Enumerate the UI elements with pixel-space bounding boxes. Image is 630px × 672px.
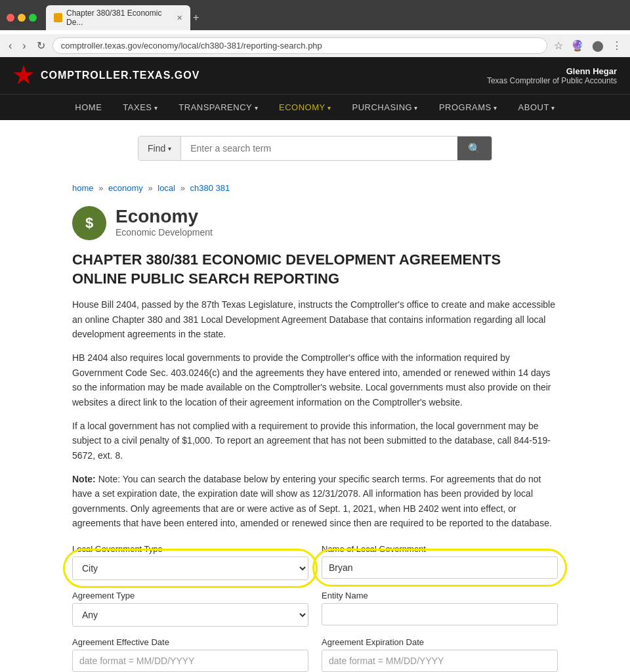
browser-tabs: Chapter 380/381 Economic De... ✕ + (7, 5, 623, 30)
tab-close-icon[interactable]: ✕ (177, 14, 182, 22)
body-paragraph-4: Note: Note: You can search the database … (72, 472, 558, 531)
active-tab[interactable]: Chapter 380/381 Economic De... ✕ (46, 5, 190, 30)
find-dropdown-button[interactable]: Find (138, 136, 181, 160)
nav-programs[interactable]: PROGRAMS (429, 94, 508, 120)
expiration-date-input[interactable] (322, 650, 558, 672)
user-title: Texas Comptroller of Public Accounts (487, 76, 617, 85)
breadcrumb: home » economy » local » ch380 381 (72, 183, 558, 193)
name-of-local-gov-label: Name of Local Government (322, 544, 558, 554)
entity-name-input[interactable] (322, 603, 558, 625)
window-controls (7, 14, 37, 22)
logo-area: COMPTROLLER.TEXAS.GOV (13, 65, 200, 86)
global-search-bar-container: Find 🔍 (0, 120, 630, 177)
nav-about[interactable]: ABOUT (508, 94, 566, 120)
global-search-bar: Find 🔍 (138, 136, 492, 161)
global-search-input[interactable] (181, 136, 457, 160)
page-title: Economy (116, 206, 213, 227)
agreement-type-group: Agreement Type Any Chapter 380 Chapter 3… (72, 591, 308, 627)
user-name: Glenn Hegar (487, 66, 617, 76)
breadcrumb-ch380[interactable]: ch380 381 (190, 183, 230, 193)
page-title-section: $ Economy Economic Development (72, 206, 558, 240)
reload-button[interactable]: ↻ (33, 38, 49, 53)
main-nav: HOME TAXES TRANSPARENCY ECONOMY PURCHASI… (0, 94, 630, 120)
nav-transparency[interactable]: TRANSPARENCY (168, 94, 268, 120)
browser-nav-icons: ☆ 🔮 ⬤ ⋮ (551, 38, 625, 53)
address-bar[interactable] (52, 37, 547, 54)
minimize-window-btn[interactable] (18, 14, 26, 22)
breadcrumb-local[interactable]: local (158, 183, 175, 193)
economy-icon: $ (72, 206, 106, 240)
nav-taxes[interactable]: TAXES (112, 94, 168, 120)
close-window-btn[interactable] (7, 14, 14, 22)
form-row-1: Local Government Type City Any County Sp… (72, 544, 558, 580)
forward-button[interactable]: › (19, 39, 29, 53)
body-paragraph-1: House Bill 2404, passed by the 87th Texa… (72, 297, 558, 341)
body-paragraph-2: HB 2404 also requires local governments … (72, 350, 558, 410)
user-info: Glenn Hegar Texas Comptroller of Public … (487, 66, 617, 85)
agreement-type-label: Agreement Type (72, 591, 308, 600)
local-gov-type-label: Local Government Type (72, 544, 308, 554)
maximize-window-btn[interactable] (29, 14, 37, 22)
page-title-group: Economy Economic Development (116, 206, 213, 238)
browser-chrome: Chapter 380/381 Economic De... ✕ + (0, 0, 630, 30)
local-gov-type-select[interactable]: City Any County Special District (72, 556, 308, 580)
tab-favicon (54, 13, 62, 22)
chapter-heading: CHAPTER 380/381 ECONOMIC DEVELOPMENT AGR… (72, 251, 558, 288)
expiration-date-group: Agreement Expiration Date (322, 637, 558, 672)
back-button[interactable]: ‹ (5, 39, 15, 53)
site-logo-text[interactable]: COMPTROLLER.TEXAS.GOV (41, 70, 200, 81)
page-subtitle: Economic Development (116, 227, 213, 238)
breadcrumb-economy[interactable]: economy (108, 183, 143, 193)
texas-star-icon (13, 65, 34, 86)
content-area: home » economy » local » ch380 381 $ Eco… (59, 177, 571, 672)
menu-icon[interactable]: ⋮ (609, 38, 625, 53)
agreement-type-select[interactable]: Any Chapter 380 Chapter 381 (72, 603, 308, 627)
global-search-submit-button[interactable]: 🔍 (457, 136, 492, 160)
effective-date-input[interactable] (72, 650, 308, 672)
form-row-2: Agreement Type Any Chapter 380 Chapter 3… (72, 591, 558, 627)
nav-purchasing[interactable]: PURCHASING (341, 94, 428, 120)
entity-name-label: Entity Name (322, 591, 558, 600)
form-row-3: Agreement Effective Date Agreement Expir… (72, 637, 558, 672)
nav-home[interactable]: HOME (64, 94, 112, 120)
search-form: Local Government Type City Any County Sp… (72, 544, 558, 672)
site-header: COMPTROLLER.TEXAS.GOV Glenn Hegar Texas … (0, 57, 630, 94)
extensions-icon[interactable]: 🔮 (568, 38, 587, 53)
name-of-local-gov-group: Name of Local Government (322, 544, 558, 580)
expiration-date-label: Agreement Expiration Date (322, 637, 558, 647)
nav-economy[interactable]: ECONOMY (268, 94, 341, 120)
profile-icon[interactable]: ⬤ (589, 38, 606, 53)
local-gov-type-group: Local Government Type City Any County Sp… (72, 544, 308, 580)
body-paragraph-3: If a local government has not complied w… (72, 419, 558, 463)
tab-title: Chapter 380/381 Economic De... (66, 9, 173, 27)
breadcrumb-home[interactable]: home (72, 183, 94, 193)
effective-date-label: Agreement Effective Date (72, 637, 308, 647)
new-tab-button[interactable]: + (193, 12, 199, 24)
name-of-local-gov-input[interactable] (322, 556, 558, 579)
bookmark-icon[interactable]: ☆ (551, 38, 566, 53)
entity-name-group: Entity Name (322, 591, 558, 627)
browser-nav: ‹ › ↻ ☆ 🔮 ⬤ ⋮ (0, 34, 630, 57)
effective-date-group: Agreement Effective Date (72, 637, 308, 672)
